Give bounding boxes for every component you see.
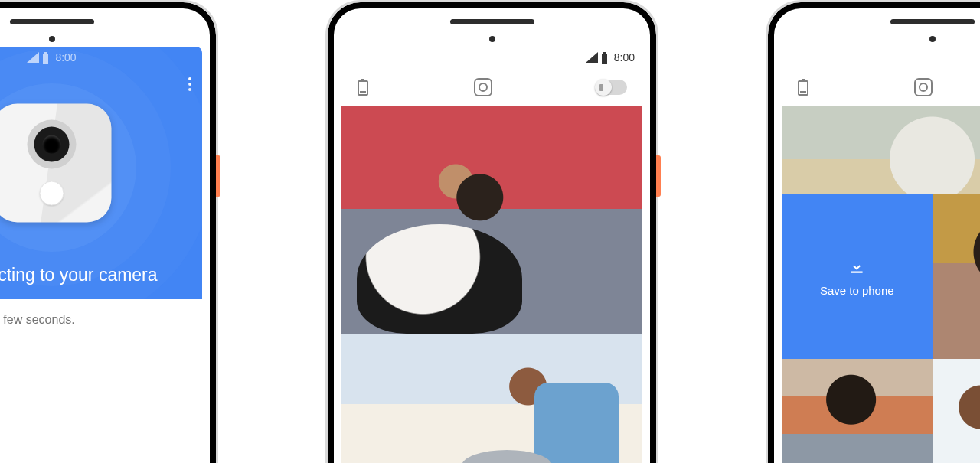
phone-frame-1: 8:00 Connecting to your camera This will… — [0, 0, 218, 463]
status-bar: 8:00 — [782, 47, 980, 68]
screen-3: 8:00 Save to phone — [782, 47, 980, 463]
phone-frame-3: 8:00 Save to phone — [766, 0, 980, 463]
screen-2: 8:00 — [341, 47, 642, 463]
photo-kitchen-2 — [933, 359, 981, 463]
clip-thumbnail[interactable] — [782, 106, 980, 194]
svg-rect-0 — [475, 79, 492, 96]
screen-1: 8:00 Connecting to your camera This will… — [0, 47, 202, 463]
clip-thumbnail[interactable] — [933, 194, 981, 359]
clip-thumbnail[interactable] — [341, 106, 642, 334]
signal-icon — [586, 52, 598, 63]
battery-low-icon[interactable] — [797, 79, 809, 96]
download-icon — [847, 256, 867, 276]
power-button — [656, 155, 661, 197]
svg-rect-2 — [915, 79, 932, 96]
camera-nav-icon[interactable] — [473, 77, 493, 97]
photo-family-dog — [341, 106, 642, 334]
status-bar: 8:00 — [341, 47, 642, 68]
save-label: Save to phone — [820, 284, 894, 297]
svg-point-3 — [920, 83, 927, 91]
photo-portrait — [933, 194, 981, 359]
battery-low-icon[interactable] — [357, 79, 369, 96]
front-camera-dot — [489, 36, 495, 42]
power-button — [216, 155, 220, 197]
view-toggle[interactable] — [596, 80, 627, 95]
clip-gallery — [341, 106, 642, 463]
lens-icon — [28, 120, 77, 169]
photo-kitchen — [341, 334, 642, 463]
clips-camera-illustration — [0, 103, 111, 222]
clip-grid: Save to phone — [782, 106, 980, 463]
photo-sofa — [782, 359, 933, 463]
speaker-grille — [10, 19, 94, 24]
app-bar — [782, 68, 980, 106]
connect-hero: 8:00 Connecting to your camera — [0, 47, 202, 299]
clip-thumbnail[interactable] — [933, 359, 981, 463]
front-camera-dot — [49, 36, 55, 42]
status-time: 8:00 — [614, 51, 635, 64]
clip-thumbnail[interactable] — [341, 334, 642, 463]
photo-mixing-bowl — [782, 106, 980, 194]
phone-frame-2: 8:00 — [325, 0, 658, 463]
connecting-subtext: This will take a few seconds. — [0, 299, 202, 341]
clip-thumbnail[interactable] — [782, 359, 933, 463]
speaker-grille — [450, 19, 534, 24]
save-to-phone-button[interactable]: Save to phone — [782, 194, 933, 359]
connecting-headline: Connecting to your camera — [0, 265, 158, 285]
camera-nav-icon[interactable] — [913, 77, 933, 97]
app-bar — [341, 68, 642, 106]
front-camera-dot — [929, 36, 936, 42]
shutter-button-illustration — [40, 181, 64, 206]
battery-icon — [601, 52, 608, 64]
svg-point-1 — [479, 83, 487, 91]
speaker-grille — [890, 19, 975, 24]
